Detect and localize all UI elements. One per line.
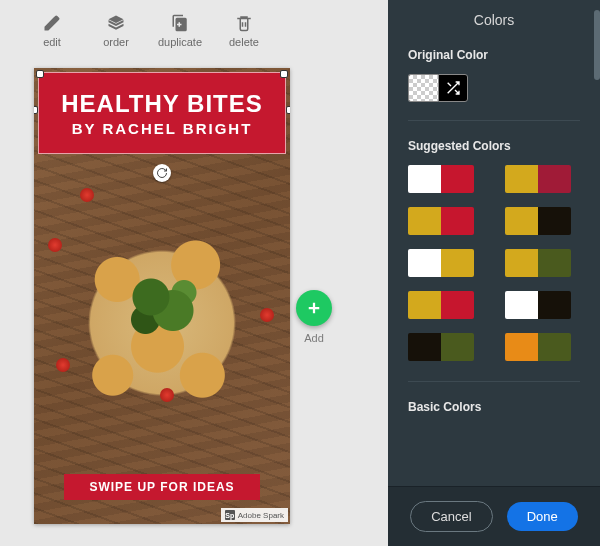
pencil-icon — [43, 14, 61, 32]
add-label: Add — [304, 332, 324, 344]
resize-handle[interactable] — [34, 106, 38, 114]
cancel-button[interactable]: Cancel — [410, 501, 492, 532]
suggested-swatch-grid — [408, 165, 580, 361]
color-swatch[interactable] — [408, 165, 474, 193]
title-banner[interactable]: HEALTHY BITES BY RACHEL BRIGHT — [38, 72, 286, 154]
done-button[interactable]: Done — [507, 502, 578, 531]
divider — [408, 381, 580, 382]
color-swatch[interactable] — [408, 333, 474, 361]
color-swatch[interactable] — [505, 291, 571, 319]
delete-button[interactable]: delete — [212, 8, 276, 54]
swipe-banner[interactable]: SWIPE UP FOR IDEAS — [64, 474, 260, 500]
original-color-swatch[interactable] — [408, 74, 580, 102]
food-image — [50, 178, 274, 468]
shuffle-swatch — [438, 74, 468, 102]
layers-icon — [107, 14, 125, 32]
plus-icon — [305, 299, 323, 317]
duplicate-label: duplicate — [158, 36, 202, 48]
edit-button[interactable]: edit — [20, 8, 84, 54]
title-sub: BY RACHEL BRIGHT — [72, 120, 253, 137]
color-swatch[interactable] — [505, 333, 571, 361]
duplicate-button[interactable]: duplicate — [148, 8, 212, 54]
color-swatch[interactable] — [505, 249, 571, 277]
order-button[interactable]: order — [84, 8, 148, 54]
color-swatch[interactable] — [408, 291, 474, 319]
design-canvas[interactable]: HEALTHY BITES BY RACHEL BRIGHT SWIPE UP … — [34, 68, 290, 524]
color-swatch[interactable] — [408, 249, 474, 277]
resize-handle[interactable] — [36, 70, 44, 78]
scrollbar[interactable] — [594, 10, 600, 80]
watermark: Sp Adobe Spark — [221, 508, 288, 522]
duplicate-icon — [171, 14, 189, 32]
panel-footer: Cancel Done — [388, 486, 600, 546]
title-main: HEALTHY BITES — [61, 90, 262, 118]
order-label: order — [103, 36, 129, 48]
resize-handle[interactable] — [286, 106, 290, 114]
editor-area: edit order duplicate delete HEALTHY BITE… — [0, 0, 388, 546]
shuffle-icon — [445, 80, 461, 96]
watermark-text: Adobe Spark — [238, 511, 284, 520]
trash-icon — [235, 14, 253, 32]
toolbar: edit order duplicate delete — [0, 8, 388, 54]
add-button[interactable]: Add — [296, 290, 332, 344]
resize-handle[interactable] — [280, 70, 288, 78]
watermark-badge: Sp — [225, 510, 235, 520]
color-swatch[interactable] — [505, 165, 571, 193]
transparent-swatch — [408, 74, 438, 102]
color-swatch[interactable] — [505, 207, 571, 235]
basic-colors-label: Basic Colors — [408, 400, 580, 414]
delete-label: delete — [229, 36, 259, 48]
divider — [408, 120, 580, 121]
colors-panel: Colors Original Color Suggested Colors B… — [388, 0, 600, 546]
original-color-label: Original Color — [408, 48, 580, 62]
panel-title: Colors — [388, 0, 600, 42]
panel-body: Original Color Suggested Colors Basic Co… — [388, 42, 600, 486]
suggested-colors-label: Suggested Colors — [408, 139, 580, 153]
edit-label: edit — [43, 36, 61, 48]
color-swatch[interactable] — [408, 207, 474, 235]
add-circle — [296, 290, 332, 326]
